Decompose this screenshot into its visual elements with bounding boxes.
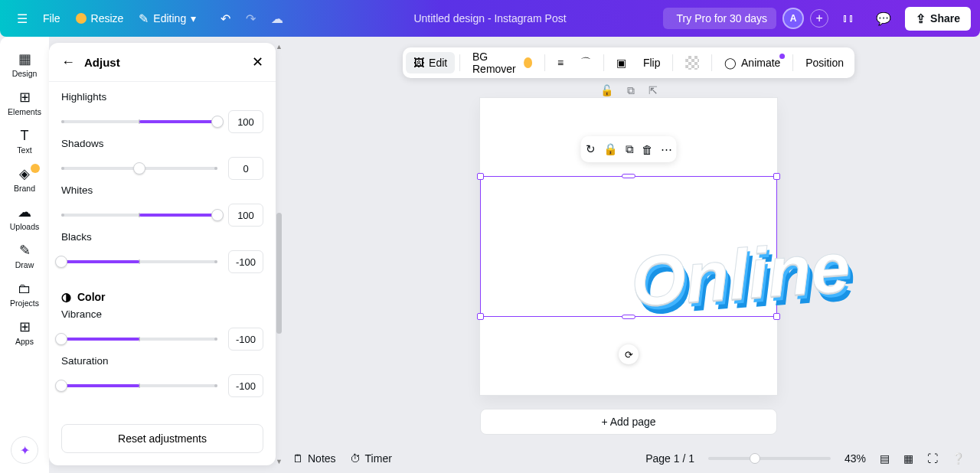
notes-button[interactable]: 🗒Notes <box>292 452 336 465</box>
saturation-value-input[interactable]: -100 <box>228 374 263 397</box>
zoom-slider[interactable] <box>708 457 831 460</box>
highlights-value-input[interactable]: 100 <box>228 110 263 133</box>
grid-view-button[interactable]: ▦ <box>903 452 913 465</box>
blacks-value-input[interactable]: -100 <box>228 250 263 273</box>
page-view-button[interactable]: ▤ <box>880 452 890 465</box>
slider-thumb[interactable] <box>55 256 67 268</box>
zoom-percent[interactable]: 43% <box>844 452 866 465</box>
editor-stage: 🖼Edit BG Remover ≡ ⌒ ▣ Flip ◯Animate Pos… <box>283 37 974 473</box>
main-menu-button[interactable]: ☰ <box>9 7 35 31</box>
rail-item-draw[interactable]: ✎Draw <box>3 237 46 276</box>
blacks-slider[interactable] <box>61 260 217 263</box>
file-menu[interactable]: File <box>35 8 68 29</box>
slider-thumb[interactable] <box>211 116 224 128</box>
transparency-button[interactable] <box>678 51 707 74</box>
corner-radius-button[interactable]: ⌒ <box>573 51 599 74</box>
try-pro-button[interactable]: Try Pro for 30 days <box>663 8 777 29</box>
duplicate-page-button[interactable]: ⧉ <box>627 84 635 97</box>
edit-image-button[interactable]: 🖼Edit <box>406 52 455 73</box>
bg-remover-button[interactable]: BG Remover <box>465 46 540 80</box>
resize-handle-nw[interactable] <box>477 173 484 180</box>
sync-button[interactable]: ↻ <box>586 142 596 156</box>
unlock-icon: 🔓 <box>600 84 613 96</box>
section-color: ◑Color <box>61 290 263 304</box>
control-label: Whites <box>61 184 263 196</box>
cloud-sync-button[interactable]: ☁ <box>263 7 291 31</box>
rail-item-projects[interactable]: 🗀Projects <box>3 276 46 314</box>
rail-item-label: Text <box>17 145 31 155</box>
rotate-handle[interactable]: ⟳ <box>619 344 639 364</box>
resize-handle-n[interactable] <box>622 174 635 178</box>
help-button[interactable]: ❔ <box>952 452 965 465</box>
back-button[interactable]: ← <box>61 54 75 70</box>
insights-button[interactable]: ⫾⫾ <box>835 7 862 30</box>
bg-remover-label: BG Remover <box>472 51 520 75</box>
corner-icon: ⌒ <box>580 56 591 70</box>
shadows-slider[interactable] <box>61 167 217 170</box>
highlights-slider[interactable] <box>61 120 217 123</box>
try-pro-label: Try Pro for 30 days <box>677 12 768 24</box>
more-icon: ⋯ <box>661 142 672 155</box>
selection-box[interactable]: Online Online Online <box>480 176 777 317</box>
lock-page-button[interactable]: 🔓 <box>600 84 613 97</box>
rail-item-apps[interactable]: ⊞Apps <box>3 314 46 352</box>
lock-element-button[interactable]: 🔒 <box>603 142 618 156</box>
delete-element-button[interactable]: 🗑 <box>642 143 653 156</box>
design-canvas[interactable]: ↻ 🔒 ⧉ 🗑 ⋯ Online Online Online ⟳ <box>480 98 777 395</box>
slider-thumb[interactable] <box>133 162 145 175</box>
rail-item-design[interactable]: ▦Design <box>3 46 46 84</box>
scroll-thumb[interactable] <box>276 213 282 334</box>
zoom-slider-thumb[interactable] <box>750 453 760 464</box>
saturation-slider[interactable] <box>61 384 217 387</box>
control-shadows: Shadows 0 <box>61 138 263 180</box>
resize-handle-ne[interactable] <box>773 173 780 180</box>
trash-icon: 🗑 <box>642 143 653 156</box>
timer-button[interactable]: ⏱Timer <box>350 452 392 465</box>
rail-item-uploads[interactable]: ☁Uploads <box>3 199 46 237</box>
magic-button[interactable]: ✦ <box>11 436 38 464</box>
export-page-button[interactable]: ⇱ <box>648 84 658 97</box>
scroll-down-arrow[interactable]: ▼ <box>276 458 283 465</box>
user-avatar[interactable]: A <box>782 8 804 29</box>
add-member-button[interactable]: + <box>810 9 828 28</box>
reset-adjustments-button[interactable]: Reset adjustments <box>61 424 263 453</box>
position-button[interactable]: Position <box>798 52 851 73</box>
redo-button[interactable]: ↷ <box>238 7 263 31</box>
rail-item-elements[interactable]: ⊞Elements <box>3 84 46 122</box>
control-label: Shadows <box>61 138 263 149</box>
arrow-left-icon: ← <box>61 54 75 70</box>
close-panel-button[interactable]: ✕ <box>252 54 263 70</box>
align-menu-button[interactable]: ≡ <box>550 52 571 73</box>
add-page-button[interactable]: + Add page <box>480 409 777 435</box>
vibrance-value-input[interactable]: -100 <box>228 328 263 351</box>
undo-button[interactable]: ↶ <box>213 7 238 31</box>
slider-thumb[interactable] <box>55 333 67 345</box>
whites-value-input[interactable]: 100 <box>228 204 263 227</box>
crown-icon <box>76 13 87 24</box>
document-title[interactable]: Untitled design - Instagram Post <box>413 12 566 24</box>
animate-button[interactable]: ◯Animate <box>717 52 788 73</box>
scroll-up-arrow[interactable]: ▲ <box>276 43 283 51</box>
crop-button[interactable]: ▣ <box>609 52 634 73</box>
vibrance-slider[interactable] <box>61 338 217 341</box>
slider-thumb[interactable] <box>55 380 67 392</box>
rail-item-brand[interactable]: ◈Brand <box>3 161 46 199</box>
comment-button[interactable]: 💬 <box>868 7 899 31</box>
editing-mode-menu[interactable]: ✎Editing▾ <box>131 7 204 31</box>
shadows-value-input[interactable]: 0 <box>228 157 263 180</box>
panel-title: Adjust <box>84 56 243 69</box>
resize-handle-sw[interactable] <box>477 313 484 320</box>
panel-scrollbar[interactable]: ▲ ▼ <box>276 43 283 465</box>
share-button[interactable]: ⇪Share <box>905 7 971 31</box>
fullscreen-button[interactable]: ⛶ <box>927 452 938 465</box>
position-label: Position <box>805 57 844 69</box>
page-indicator[interactable]: Page 1 / 1 <box>645 452 694 465</box>
slider-thumb[interactable] <box>211 209 224 221</box>
flip-button[interactable]: Flip <box>635 52 668 73</box>
duplicate-element-button[interactable]: ⧉ <box>626 142 634 156</box>
more-element-button[interactable]: ⋯ <box>661 142 672 156</box>
rail-item-text[interactable]: TText <box>3 122 46 161</box>
cloud-icon: ☁ <box>271 11 283 26</box>
resize-button[interactable]: Resize <box>68 8 132 29</box>
whites-slider[interactable] <box>61 214 217 217</box>
